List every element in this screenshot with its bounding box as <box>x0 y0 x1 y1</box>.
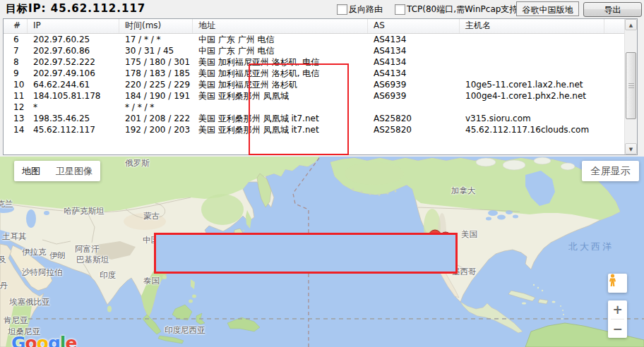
map-label-kazakhstan: 哈萨克斯坦 <box>64 206 105 217</box>
cell-host <box>460 102 604 113</box>
cell-ip: 64.62.244.61 <box>28 79 119 90</box>
google-logo[interactable]: Google <box>11 333 76 347</box>
map-label-ukraine: 乌克兰 <box>0 199 13 209</box>
table-row[interactable]: 6 202.97.60.25 17 / * / * 中国 广东 广州 电信 AS… <box>4 34 625 45</box>
cell-time: 17 / * / * <box>119 34 193 45</box>
island-hainan <box>162 275 167 279</box>
cell-time: * / * / * <box>119 102 193 113</box>
cell-time: 175 / 180 / 301 <box>119 56 193 68</box>
export-button[interactable]: 导出 <box>583 2 642 17</box>
map-label-kenya: 肯尼亚 <box>4 315 28 326</box>
reverse-route-label: 反向路由 <box>349 4 383 16</box>
table-row[interactable]: 7 202.97.60.86 30 / 31 / 45 中国 广东 广州 电信 … <box>4 45 625 56</box>
zoom-in-button[interactable]: + <box>608 300 627 319</box>
cell-ip: 202.97.60.25 <box>28 34 119 45</box>
arctic-island <box>561 163 575 170</box>
island-puertorico <box>552 301 556 303</box>
google-china-map-button[interactable]: 谷歌中国版地图 <box>516 1 579 16</box>
pegman-icon <box>608 274 617 287</box>
scroll-thumb[interactable] <box>626 52 636 119</box>
island-jamaica <box>522 303 526 305</box>
zoom-control: + − <box>608 300 627 338</box>
cell-host <box>460 68 604 79</box>
map-type-button[interactable]: 地图 <box>14 165 48 178</box>
scroll-down-icon[interactable]: ▼ <box>625 143 637 154</box>
map-highlight-rectangle <box>154 233 458 274</box>
col-ip[interactable]: IP <box>28 19 119 33</box>
arctic-island <box>534 157 551 164</box>
col-host[interactable]: 主机名 <box>460 19 604 33</box>
cell-time: 220 / 225 / 229 <box>119 79 193 90</box>
cell-addr: 中国 广东 广州 电信 <box>193 34 368 45</box>
cell-as <box>368 102 460 113</box>
cell-as: AS4134 <box>368 45 460 56</box>
arctic-island <box>503 160 525 170</box>
cell-as: AS25820 <box>368 113 460 124</box>
map-label-canada: 加拿大 <box>451 185 476 196</box>
map-label-turkey: 土耳其 <box>2 231 27 242</box>
pegman-button[interactable] <box>608 274 627 293</box>
cell-host: 100ge4-1.core1.phx2.he.net <box>460 90 604 102</box>
cell-host <box>460 34 604 45</box>
cell-addr: 中国 广东 广州 电信 <box>193 45 368 56</box>
cell-as: AS6939 <box>368 90 460 102</box>
map-label-saudi-arabia: 沙特阿拉伯 <box>22 267 63 278</box>
col-addr[interactable]: 地址 <box>193 19 368 33</box>
cell-as: AS4134 <box>368 34 460 45</box>
map-label-thailand: 泰国 <box>143 276 160 286</box>
map-label-iraq: 伊拉克 <box>22 247 47 257</box>
cell-as: AS4134 <box>368 56 460 68</box>
col-filler <box>604 19 625 33</box>
map-label-ethiopia: 埃塞俄比亚 <box>9 297 50 308</box>
map-label-iran: 伊朗 <box>49 250 66 261</box>
tcp-label: TCP(80端口,需WinPcap支持) <box>407 4 521 16</box>
map-label-russia: 俄罗斯 <box>125 158 150 169</box>
table-header: # IP 时间(ms) 地址 AS 主机名 <box>4 19 625 34</box>
topbar: 目标IP: 45.62.112.117 反向路由 TCP(80端口,需WinPc… <box>0 0 644 18</box>
tcp-checkbox[interactable] <box>395 4 405 15</box>
cell-ip: 45.62.112.117 <box>28 124 119 135</box>
cell-hop: 8 <box>4 56 28 68</box>
cell-hop: 12 <box>4 102 28 113</box>
scroll-up-icon[interactable]: ▲ <box>625 19 637 30</box>
map-label-indonesia: 印度尼西亚 <box>165 325 205 336</box>
cell-as: AS25820 <box>368 124 460 135</box>
cell-time: 184 / 190 / 191 <box>119 90 193 102</box>
cell-time: 192 / 200 / 203 <box>119 124 193 135</box>
col-hop[interactable]: # <box>4 19 28 33</box>
map-label-mongolia: 蒙古 <box>143 211 160 221</box>
cell-hop: 13 <box>4 113 28 124</box>
cell-ip: 202.97.52.222 <box>28 56 119 68</box>
reverse-route-checkbox[interactable] <box>337 4 347 15</box>
cell-hop: 10 <box>4 79 28 90</box>
satellite-button[interactable]: 卫星图像 <box>48 165 100 178</box>
table-scrollbar[interactable]: ▲ ▼ <box>624 19 637 154</box>
cell-hop: 11 <box>4 90 28 102</box>
cell-ip: 184.105.81.178 <box>28 90 119 102</box>
land-nechina-green <box>201 194 244 225</box>
cell-as: AS4134 <box>368 68 460 79</box>
cell-ip: 202.97.49.106 <box>28 68 119 79</box>
zoom-out-button[interactable]: − <box>608 319 627 338</box>
traceroute-app: 目标IP: 45.62.112.117 反向路由 TCP(80端口,需WinPc… <box>0 0 644 347</box>
cell-host: v315.sioru.com <box>460 113 604 124</box>
map-label-india: 印度 <box>100 270 116 281</box>
col-time[interactable]: 时间(ms) <box>119 19 193 33</box>
cell-as: AS6939 <box>368 79 460 90</box>
cell-time: 30 / 31 / 45 <box>119 45 193 56</box>
map-label-usa: 美国 <box>461 229 477 240</box>
arctic-island <box>476 158 496 166</box>
cell-host: 10ge5-11.core1.lax2.he.net <box>460 79 604 90</box>
land-alaska-green <box>345 162 404 185</box>
cell-ip: 202.97.60.86 <box>28 45 119 56</box>
fullscreen-button[interactable]: 全屏显示 <box>582 161 639 181</box>
scroll-grip-icon <box>628 83 634 89</box>
aral-sea <box>44 211 49 215</box>
cell-ip: * <box>28 102 119 113</box>
map-label-pakistan: 巴基斯坦 <box>76 255 109 265</box>
cell-hop: 9 <box>4 68 28 79</box>
col-as[interactable]: AS <box>368 19 460 33</box>
target-ip-title: 目标IP: 45.62.112.117 <box>6 2 145 16</box>
cell-hop: 6 <box>4 34 28 45</box>
table-highlight-rectangle <box>249 63 349 155</box>
